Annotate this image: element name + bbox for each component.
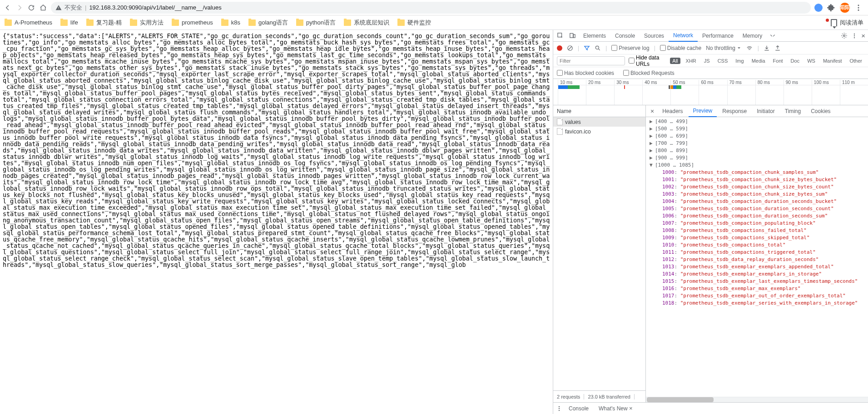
bookmark-item[interactable]: python语言 <box>296 19 336 27</box>
more-tabs-icon[interactable] <box>767 33 779 39</box>
tree-item[interactable]: 1010: "prometheus_tsdb_compactions_total… <box>650 242 868 249</box>
tree-range-collapsed[interactable]: ▶[400 … 499] <box>650 118 868 125</box>
tree-range-collapsed[interactable]: ▶[700 … 799] <box>650 140 868 147</box>
type-filter-other[interactable]: Other <box>847 58 864 64</box>
tree-item[interactable]: 1015: "prometheus_tsdb_exemplar_last_exe… <box>650 278 868 285</box>
tree-item[interactable]: 1014: "prometheus_tsdb_exemplar_exemplar… <box>650 271 868 278</box>
detail-tab-initiator[interactable]: Initiator <box>752 105 779 117</box>
inspect-element-icon[interactable] <box>554 32 566 39</box>
import-har-icon[interactable] <box>764 45 770 51</box>
tree-item[interactable]: 1009: "prometheus_tsdb_compactions_skipp… <box>650 234 868 242</box>
filter-icon[interactable] <box>584 45 590 51</box>
tree-item[interactable]: 1012: "prometheus_tsdb_data_replay_durat… <box>650 256 868 263</box>
request-list-header[interactable]: Name <box>553 105 645 117</box>
record-button[interactable] <box>557 45 562 51</box>
drawer-kebab-icon[interactable] <box>556 405 562 412</box>
page-body[interactable]: {"status":"success","data":["ALERTS","AL… <box>0 30 553 414</box>
back-button[interactable] <box>4 4 12 12</box>
tree-range-collapsed[interactable]: ▶[800 … 899] <box>650 147 868 154</box>
bookmark-item[interactable]: golang语言 <box>248 19 288 27</box>
type-filter-xhr[interactable]: XHR <box>684 58 699 64</box>
tree-item[interactable]: 1006: "prometheus_tsdb_compaction_durati… <box>650 212 868 220</box>
tree-item[interactable]: 1007: "prometheus_tsdb_compaction_popula… <box>650 220 868 227</box>
tree-range-collapsed[interactable]: ▶[500 … 599] <box>650 125 868 133</box>
search-icon[interactable] <box>595 45 601 51</box>
devtools-tab-performance[interactable]: Performance <box>698 30 738 42</box>
detail-tab-response[interactable]: Response <box>718 105 751 117</box>
profile-avatar[interactable]: 阳阳 <box>840 3 850 13</box>
type-filter-doc[interactable]: Doc <box>789 58 802 64</box>
type-filter-media[interactable]: Media <box>749 58 768 64</box>
type-filter-font[interactable]: Font <box>771 58 785 64</box>
devtools-tab-memory[interactable]: Memory <box>738 30 767 42</box>
close-detail-icon[interactable]: × <box>648 108 657 115</box>
extensions-icon[interactable] <box>827 4 835 12</box>
devtools-tab-network[interactable]: Network <box>669 30 698 42</box>
preserve-log-checkbox[interactable]: Preserve log <box>611 45 649 51</box>
readlist-button[interactable]: 阅读清单 <box>831 19 863 27</box>
type-filter-all[interactable]: All <box>670 58 680 64</box>
kebab-icon[interactable] <box>851 33 858 39</box>
tree-item[interactable]: 1001: "prometheus_tsdb_compaction_chunk_… <box>650 176 868 183</box>
tree-item[interactable]: 1000: "prometheus_tsdb_compaction_chunk_… <box>650 169 868 176</box>
tree-item[interactable]: 1016: "prometheus_tsdb_exemplar_max_exem… <box>650 285 868 292</box>
type-filter-img[interactable]: Img <box>733 58 746 64</box>
detail-tab-timing[interactable]: Timing <box>780 105 806 117</box>
tree-item[interactable]: 1011: "prometheus_tsdb_compactions_trigg… <box>650 249 868 256</box>
tree-item[interactable]: 1002: "prometheus_tsdb_compaction_chunk_… <box>650 183 868 191</box>
blocked-requests-checkbox[interactable]: Blocked Requests <box>623 70 675 76</box>
bookmark-item[interactable]: 复习题-精 <box>86 19 122 27</box>
type-filter-css[interactable]: CSS <box>715 58 730 64</box>
horizontal-scrollbar[interactable] <box>646 397 868 402</box>
network-filter-input[interactable] <box>557 56 625 65</box>
close-icon[interactable]: × <box>629 405 633 412</box>
bookmark-item[interactable]: 系统底层知识 <box>344 19 389 27</box>
tree-range-collapsed[interactable]: ▶[600 … 699] <box>650 133 868 140</box>
devtools-close-icon[interactable]: × <box>861 32 865 39</box>
bookmark-item[interactable]: A-Prometheus <box>5 19 52 26</box>
type-filter-ws[interactable]: WS <box>805 58 818 64</box>
tree-item[interactable]: 1005: "prometheus_tsdb_compaction_durati… <box>650 205 868 212</box>
forward-button[interactable] <box>15 4 24 12</box>
devtools-tab-console[interactable]: Console <box>610 30 640 42</box>
bookmark-item[interactable]: k8s <box>221 19 240 26</box>
bookmark-item[interactable]: 实用方法 <box>130 19 164 27</box>
tree-range-open[interactable]: ▼[1000 … 1085] <box>650 162 868 169</box>
tree-item[interactable]: 1013: "prometheus_tsdb_exemplar_exemplar… <box>650 263 868 271</box>
type-filter-js[interactable]: JS <box>702 58 712 64</box>
devtools-tab-elements[interactable]: Elements <box>579 30 610 42</box>
type-filter-manifest[interactable]: Manifest <box>821 58 844 64</box>
drawer-tab-whatsnew[interactable]: What's New × <box>595 405 636 412</box>
request-row[interactable]: values <box>553 117 645 127</box>
hide-data-urls-checkbox[interactable]: Hide data URLs <box>629 54 666 67</box>
network-conditions-icon[interactable] <box>746 45 753 51</box>
settings-gear-icon[interactable] <box>841 32 848 39</box>
blocked-cookies-checkbox[interactable]: Has blocked cookies <box>557 70 614 76</box>
request-row[interactable]: favicon.ico <box>553 127 645 136</box>
reload-button[interactable] <box>27 4 35 12</box>
tree-item[interactable]: 1003: "prometheus_tsdb_compaction_chunk_… <box>650 191 868 198</box>
tree-item[interactable]: 1018: "prometheus_tsdb_exemplar_series_w… <box>650 300 868 307</box>
url-bar[interactable]: 不安全 | 192.168.3.200:9090/api/v1/label/__… <box>51 2 811 14</box>
throttling-select[interactable]: No throttling <box>706 45 741 51</box>
detail-tab-headers[interactable]: Headers <box>658 105 687 117</box>
detail-tab-cookies[interactable]: Cookies <box>806 105 835 117</box>
bookmark-item[interactable]: life <box>60 19 78 26</box>
user-avatar-small[interactable] <box>814 4 823 12</box>
network-timeline[interactable]: 10 ms20 ms30 ms40 ms50 ms60 ms70 ms80 ms… <box>553 79 868 105</box>
preview-tree[interactable]: ▶[400 … 499]▶[500 … 599]▶[600 … 699]▶[70… <box>646 117 868 397</box>
disable-cache-checkbox[interactable]: Disable cache <box>660 45 701 51</box>
menu-icon[interactable] <box>854 4 863 12</box>
tree-item[interactable]: 1008: "prometheus_tsdb_compactions_faile… <box>650 227 868 234</box>
devtools-tab-sources[interactable]: Sources <box>640 30 669 42</box>
clear-icon[interactable] <box>567 45 573 51</box>
drawer-tab-console[interactable]: Console <box>565 405 592 412</box>
home-button[interactable] <box>39 4 47 12</box>
detail-tab-preview[interactable]: Preview <box>689 105 717 117</box>
bookmark-item[interactable]: prometheus <box>172 19 213 26</box>
tree-item[interactable]: 1017: "prometheus_tsdb_exemplar_out_of_o… <box>650 292 868 300</box>
device-toggle-icon[interactable] <box>566 32 579 39</box>
tree-range-collapsed[interactable]: ▶[900 … 999] <box>650 154 868 162</box>
export-har-icon[interactable] <box>774 45 781 51</box>
tree-item[interactable]: 1004: "prometheus_tsdb_compaction_durati… <box>650 198 868 205</box>
